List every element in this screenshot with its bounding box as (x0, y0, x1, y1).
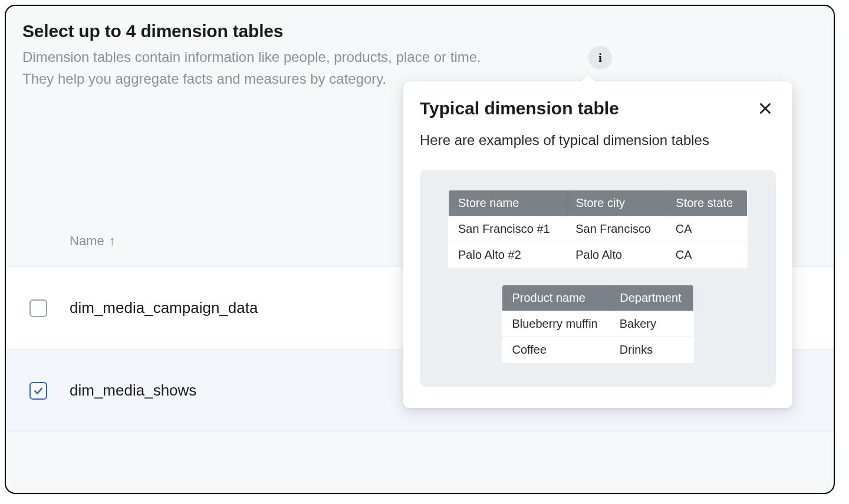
example-cell: Bakery (610, 311, 693, 337)
close-button[interactable] (755, 98, 776, 119)
example-table-products-wrap: Product name Department Blueberry muffin… (448, 285, 748, 363)
popover-examples-area: Store name Store city Store state San Fr… (420, 170, 776, 387)
example-header-cell: Store name (449, 190, 567, 216)
example-cell: Palo Alto #2 (449, 242, 567, 268)
popover-title: Typical dimension table (420, 98, 619, 118)
example-table-products: Product name Department Blueberry muffin… (502, 285, 693, 363)
example-header-cell: Department (610, 285, 693, 311)
close-icon (758, 101, 773, 116)
row-checkbox[interactable] (29, 299, 47, 317)
example-cell: CA (666, 242, 748, 268)
example-cell: Drinks (610, 337, 693, 363)
example-table-stores: Store name Store city Store state San Fr… (448, 190, 748, 268)
page-title: Select up to 4 dimension tables (22, 21, 817, 41)
info-icon: i (598, 50, 602, 65)
example-row: San Francisco #1 San Francisco CA (449, 216, 748, 242)
dimension-table-popover: Typical dimension table Here are example… (403, 81, 792, 408)
example-cell: San Francisco #1 (449, 216, 567, 242)
row-checkbox[interactable] (29, 382, 47, 400)
panel-header: Select up to 4 dimension tables Dimensio… (6, 6, 834, 90)
example-cell: San Francisco (566, 216, 666, 242)
column-header-label: Name (70, 233, 104, 249)
example-header-cell: Store state (666, 190, 748, 216)
popover-header: Typical dimension table (420, 98, 776, 119)
example-header-cell: Product name (502, 285, 610, 311)
example-cell: CA (666, 216, 748, 242)
column-header-name[interactable]: Name ↑ (70, 233, 116, 249)
example-header-cell: Store city (566, 190, 666, 216)
table-name-label: dim_media_shows (70, 381, 196, 400)
example-cell: Blueberry muffin (502, 311, 610, 337)
subtitle-line-1: Dimension tables contain information lik… (22, 49, 481, 65)
dimension-tables-panel: Select up to 4 dimension tables Dimensio… (5, 5, 835, 494)
info-button[interactable]: i (588, 46, 612, 70)
example-row: Palo Alto #2 Palo Alto CA (449, 242, 748, 268)
subtitle-line-2: They help you aggregate facts and measur… (22, 71, 386, 87)
popover-subtitle: Here are examples of typical dimension t… (420, 132, 776, 149)
check-icon (32, 385, 44, 397)
example-row: Blueberry muffin Bakery (502, 311, 693, 337)
example-row: Coffee Drinks (502, 337, 693, 363)
example-cell: Coffee (502, 337, 610, 363)
table-name-label: dim_media_campaign_data (70, 299, 258, 317)
example-cell: Palo Alto (566, 242, 666, 268)
sort-ascending-icon: ↑ (109, 233, 116, 249)
